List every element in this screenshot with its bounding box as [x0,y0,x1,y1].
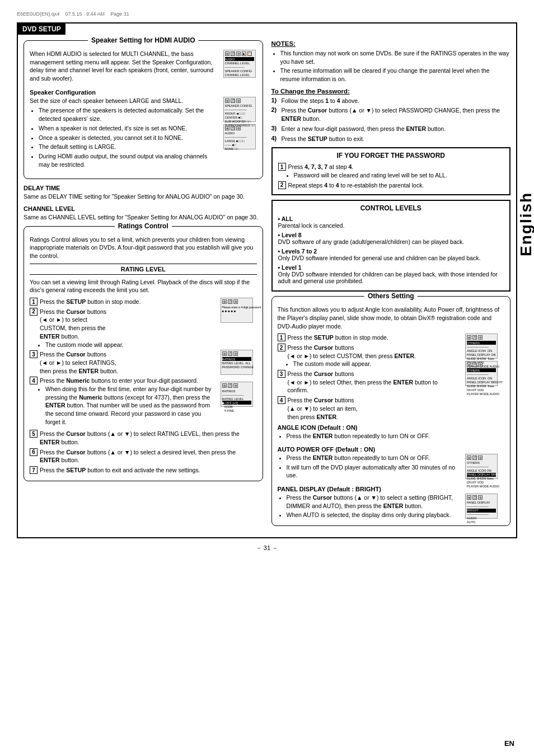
sc2-icon-1: ⊞ [225,98,229,103]
rs1-i1: ⊞ [222,299,227,304]
step-2: 2 Press the Cursor buttons (◄ or ►) to s… [30,308,215,349]
ratings-screens: ⊞ 🎵 ⚙ Please enter a 4-digit password ■■… [221,298,257,428]
bullet-4: The default setting is LARGE. [39,143,219,151]
icon-3: ⚙ [236,51,241,56]
others-steps-area: 1 Press the SETUP button in stop mode. 2… [278,334,505,442]
delay-time-section: DELAY TIME Same as DELAY TIME setting fo… [24,185,263,201]
os1-i1: ⊞ [467,335,471,340]
os-step-1: 1 Press the SETUP button in stop mode. [278,334,460,342]
step-num-1: 1 [30,298,38,306]
step-1: 1 Press the SETUP button in stop mode. [30,298,215,306]
os-step-4: 4 Press the Cursor buttons(▲ or ▼) to se… [278,396,460,421]
forget-password-box: IF YOU FORGET THE PASSWORD 1 Press 4, 7,… [271,147,511,195]
bullet-3: Once a speaker is detected, you cannot s… [39,134,219,142]
ratings-control-title: Ratings Control [115,222,172,230]
angle-icon-heading: ANGLE ICON (Default : ON) [278,424,460,431]
sc3-icon-2: 🎵 [231,126,235,130]
panel-display-screen: ⊞ 🎵 ⚙ PANEL DISPLAY ────────── BRIGHT ──… [465,494,504,521]
ratings-intro: Ratings Control allows you to set a limi… [30,236,257,260]
page-meta: E6EE0UD(EN).qx4 07.5.15 9:44 AM Page 31 [17,11,517,17]
sc3-icon-1: ⊞ [225,126,229,130]
meta-page: Page 31 [110,11,129,17]
cp-num-3: 3) [271,125,279,132]
ap-i3: ⚙ [478,456,483,460]
notes-section: NOTES: This function may not work on som… [271,40,511,83]
en-label: EN [504,739,514,748]
level-all: • ALL Parental lock is canceled. [278,215,504,229]
sc2-icon-2: 🎵 [231,98,235,103]
rating-level-heading: RATING LEVEL [30,264,257,275]
step-num-7: 7 [30,466,38,474]
speaker-config-heading: Speaker Configuration [30,89,257,96]
os2-i2: 🎵 [472,363,477,367]
os-num-1: 1 [278,334,285,341]
cp-step-2: 2) Press the Cursor buttons (▲ or ▼) to … [271,106,511,123]
auto-power-bullets: Press the ENTER button repeatedly to tur… [287,454,460,480]
step-num-2: 2 [30,308,38,316]
channel-level-section: CHANNEL LEVEL Same as CHANNEL LEVEL sett… [24,205,263,222]
others-text: 1 Press the SETUP button in stop mode. 2… [278,334,460,442]
ratings-screen-2: ⊞ 🎵 ⚙ RATINGS RATING LEVEL ALL PASSWORD … [221,350,253,375]
dvd-setup-box: DVD SETUP Speaker Setting for HDMI AUDIO… [17,22,517,538]
notes-title: NOTES: [271,40,511,47]
speaker-screen-1: ⊞ 🎵 ⚙ ▶ 📋 AUDIO CHANNEL LEVEL [223,50,257,84]
speaker-hdmi-section: Speaker Setting for HDMI AUDIO When HDMI… [24,40,263,179]
panel-display-bullets: Press the Cursor buttons (▲ or ▼) to sel… [287,494,460,519]
bullet-2: When a speaker is not detected, it's siz… [39,124,219,133]
rs2-i3: ⚙ [233,351,238,356]
control-levels-box: CONTROL LEVELS • ALL Parental lock is ca… [271,200,511,292]
os2-i1: ⊞ [467,363,471,367]
ratings-control-section: Ratings Control Ratings Control allows y… [24,226,263,481]
rs3-i3: ⚙ [233,383,238,388]
step-7: 7 Press the SETUP button to exit and act… [30,466,257,475]
step-4: 4 Press the Numeric buttons to enter you… [30,377,215,426]
forget-title: IF YOU FORGET THE PASSWORD [278,152,504,159]
os-step-2: 2 Press the Cursor buttons (◄ or ►) to s… [278,344,460,368]
cp-num-2: 2) [271,106,279,113]
others-intro: This function allows you to adjust Angle… [278,306,505,330]
change-password-title: To Change the Password: [271,88,511,95]
control-levels-title: CONTROL LEVELS [278,204,504,212]
rs3-i1: ⊞ [222,383,227,388]
auto-power-area: Press the ENTER button repeatedly to tur… [278,454,505,481]
speaker-hdmi-title: Speaker Setting for HDMI AUDIO [88,36,199,44]
step-num-4: 4 [30,377,38,384]
meta-time: 9:44 AM [86,11,105,17]
cp-step-1: 1) Follow the steps 1 to 4 above. [271,97,511,105]
speaker-intro: When HDMI AUDIO is selected for MULTI CH… [30,50,219,83]
angle-icon-bullets: Press the ENTER button repeatedly to tur… [287,432,460,440]
fp-bullets-1: Password will be cleared and rating leve… [294,171,504,180]
dvd-setup-title: DVD SETUP [18,24,65,35]
os-num-4: 4 [278,396,285,404]
os-num-3: 3 [278,370,285,378]
bullet-1: The presence of the speakers is detected… [39,106,219,123]
fp-num-2: 2 [278,181,286,189]
rs1-i2: 🎵 [228,299,232,304]
pd-i2: 🎵 [472,495,477,500]
os2-i3: ⚙ [478,363,483,367]
bullet-5: During HDMI audio output, the sound outp… [39,152,219,168]
rs3-i2: 🎵 [228,383,232,388]
step-num-3: 3 [30,350,38,358]
fp-step-1: 1 Press 4, 7, 3, 7 at step 4. Password w… [278,163,504,179]
sc3-icon-3: ⚙ [236,126,241,130]
rs2-i1: ⊞ [222,351,227,356]
auto-power-screen: ⊞ 🎵 ⚙ OTHERS ────────── ANGLE ICON ON PA… [465,454,504,481]
level-1: • Level 1 Only DVD software intended for… [278,264,504,284]
cp-num-1: 1) [271,97,279,104]
pd-i3: ⚙ [478,495,483,500]
others-screen-1: ⊞ 🎵 ⚙ OTHERS ────────── ANGLE ICON ON PA… [465,334,498,359]
os-step-3: 3 Press the Cursor buttons(◄ or ►) to se… [278,370,460,395]
icon-2: 🎵 [231,51,235,56]
note-2: The resume information will be cleared i… [280,67,511,83]
step-num-6: 6 [30,448,38,456]
cp-step-3: 3) Enter a new four-digit password, then… [271,125,511,133]
ap-i1: ⊞ [467,456,471,460]
step-6: 6 Press the Cursor buttons (▲ or ▼) to s… [30,448,257,464]
rating-level-text: You can set a viewing limit through Rati… [30,278,257,294]
english-sidebar: English [517,168,534,280]
step-4-bullets: When doing this for the first time, ente… [45,385,215,426]
right-column: NOTES: This function may not work on som… [271,40,511,532]
os1-i3: ⚙ [478,335,483,340]
others-screens: ⊞ 🎵 ⚙ OTHERS ────────── ANGLE ICON ON PA… [465,334,504,442]
